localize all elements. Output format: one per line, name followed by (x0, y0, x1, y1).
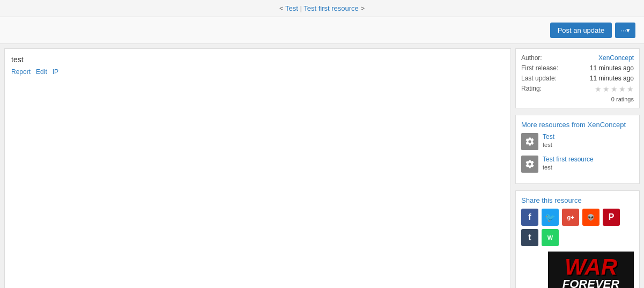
war-banner-container: WAR FOREVER (521, 252, 634, 288)
whatsapp-icon[interactable]: W (542, 229, 559, 246)
resource-desc-1: test (543, 142, 552, 148)
gear-icon-2 (525, 159, 535, 169)
author-value: XenConcept (598, 54, 634, 62)
googleplus-icon[interactable]: g+ (562, 209, 579, 226)
author-link[interactable]: XenConcept (598, 54, 634, 62)
war-text: WAR (562, 256, 619, 278)
first-release-label: First release: (521, 64, 569, 72)
resource-icon-2 (521, 156, 538, 173)
author-row: Author: XenConcept (521, 54, 634, 62)
right-panel: Author: XenConcept First release: 11 min… (515, 44, 644, 288)
first-release-row: First release: 11 minutes ago (521, 64, 634, 72)
pinterest-icon[interactable]: P (603, 209, 620, 226)
tumblr-icon[interactable]: t (521, 229, 538, 246)
rating-stars: ★ ★ ★ ★ ★ (595, 85, 634, 93)
resource-info-2: Test first resource test (543, 156, 594, 171)
last-update-label: Last update: (521, 75, 569, 82)
share-section: Share this resource f 🐦 g+ 👽 P t W WAR F… (515, 190, 640, 288)
first-release-value: 11 minutes ago (590, 64, 634, 72)
share-icons-container: f 🐦 g+ 👽 P t W (521, 209, 634, 246)
more-resources-section: More resources from XenConcept Test test (515, 115, 640, 184)
war-banner-inner: WAR FOREVER (562, 256, 619, 288)
rating-row: Rating: ★ ★ ★ ★ ★ (521, 85, 634, 93)
top-nav-greater-than: > (360, 4, 365, 12)
war-banner[interactable]: WAR FOREVER (548, 252, 634, 288)
left-panel: test Report Edit IP (4, 48, 511, 288)
facebook-icon[interactable]: f (521, 209, 538, 226)
star-3[interactable]: ★ (611, 85, 618, 93)
post-update-button[interactable]: Post an update (550, 23, 612, 38)
resource-link-2[interactable]: Test first resource (543, 156, 594, 163)
edit-link[interactable]: Edit (36, 68, 47, 76)
main-content: test Report Edit IP Author: XenConcept F… (0, 44, 644, 288)
last-update-row: Last update: 11 minutes ago (521, 75, 634, 82)
share-title: Share this resource (521, 196, 634, 204)
top-nav-separator: | (300, 4, 301, 12)
top-nav-prev-link[interactable]: Test (285, 4, 298, 12)
rating-label: Rating: (521, 85, 569, 92)
top-navigation: < Test | Test first resource > (0, 0, 644, 17)
ratings-count: 0 ratings (521, 96, 634, 102)
meta-box: Author: XenConcept First release: 11 min… (515, 48, 640, 108)
more-resources-title: More resources from XenConcept (521, 121, 634, 129)
report-link[interactable]: Report (11, 68, 31, 76)
content-actions: Report Edit IP (11, 68, 504, 76)
reddit-icon[interactable]: 👽 (582, 209, 599, 226)
stars-container: ★ ★ ★ ★ ★ (595, 85, 634, 93)
forever-text: FOREVER (562, 278, 619, 288)
resource-item-2[interactable]: Test first resource test (521, 156, 634, 173)
content-title: test (11, 55, 504, 64)
more-options-button[interactable]: ···▾ (615, 23, 635, 38)
gear-icon-1 (525, 137, 535, 146)
resource-link-1[interactable]: Test (543, 133, 554, 141)
last-update-value: 11 minutes ago (590, 75, 634, 82)
resource-icon-1 (521, 133, 538, 150)
twitter-icon[interactable]: 🐦 (542, 209, 559, 226)
top-nav-less-than: < (279, 4, 284, 12)
star-4[interactable]: ★ (619, 85, 626, 93)
toolbar: Post an update ···▾ (0, 17, 644, 44)
star-2[interactable]: ★ (603, 85, 610, 93)
author-label: Author: (521, 54, 569, 62)
star-1[interactable]: ★ (595, 85, 602, 93)
resource-item-1[interactable]: Test test (521, 133, 634, 150)
resource-info-1: Test test (543, 133, 554, 149)
ip-link[interactable]: IP (53, 68, 58, 76)
top-nav-next-link[interactable]: Test first resource (304, 4, 359, 12)
resource-desc-2: test (543, 164, 552, 171)
star-5[interactable]: ★ (627, 85, 634, 93)
